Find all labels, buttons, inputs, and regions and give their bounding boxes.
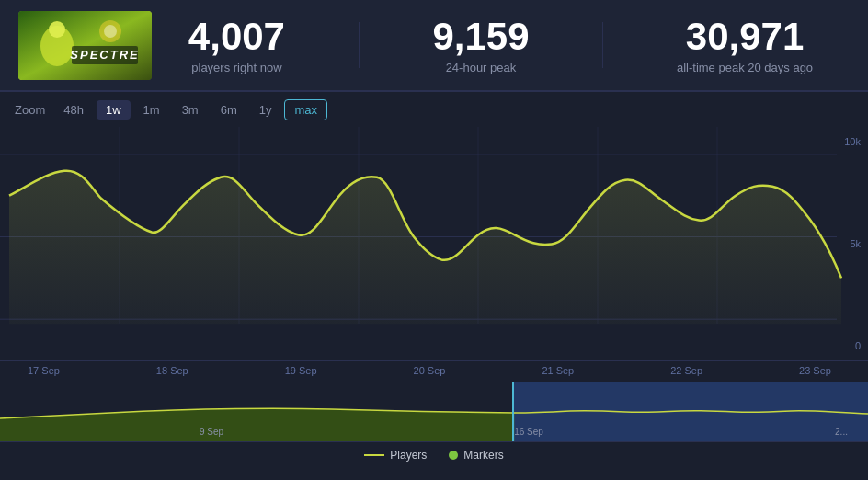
legend: Players Markers (0, 441, 868, 467)
svg-text:2...: 2... (835, 427, 848, 437)
svg-text:9 Sep: 9 Sep (200, 427, 224, 437)
svg-text:16 Sep: 16 Sep (514, 427, 543, 437)
legend-markers: Markers (449, 449, 503, 462)
main-chart: 10k 5k 0 (0, 127, 868, 361)
alltime-peak-label: all-time peak 20 days ago (677, 61, 813, 74)
alltime-peak-value: 30,971 (677, 16, 813, 58)
x-label-19sep: 19 Sep (285, 365, 317, 378)
x-label-17sep: 17 Sep (28, 365, 60, 378)
players-now-label: players right now (188, 61, 285, 74)
peak-24h-block: 9,159 24-hour peak (432, 16, 529, 74)
legend-markers-label: Markers (463, 449, 503, 462)
chart-controls: Zoom 48h 1w 1m 3m 6m 1y max (0, 92, 868, 127)
peak-24h-label: 24-hour peak (432, 61, 529, 74)
zoom-1w[interactable]: 1w (97, 100, 131, 120)
legend-players: Players (364, 449, 427, 462)
legend-players-line (364, 454, 384, 456)
x-label-18sep: 18 Sep (156, 365, 188, 378)
zoom-1y[interactable]: 1y (250, 100, 281, 120)
x-label-22sep: 22 Sep (670, 365, 702, 378)
stats-container: 4,007 players right now 9,159 24-hour pe… (152, 16, 850, 74)
peak-24h-value: 9,159 (432, 16, 529, 58)
y-label-10k: 10k (844, 136, 861, 147)
y-label-5k: 5k (844, 238, 861, 249)
y-label-0: 0 (844, 340, 861, 351)
mini-chart-svg: 9 Sep 16 Sep 2... (0, 382, 868, 441)
svg-point-2 (49, 21, 65, 38)
zoom-max[interactable]: max (284, 99, 327, 120)
zoom-3m[interactable]: 3m (173, 100, 208, 120)
zoom-48h[interactable]: 48h (54, 100, 93, 120)
x-label-20sep: 20 Sep (414, 365, 446, 378)
divider-1 (359, 22, 360, 68)
alltime-peak-block: 30,971 all-time peak 20 days ago (677, 16, 813, 74)
main-chart-svg (0, 127, 868, 360)
x-label-23sep: 23 Sep (799, 365, 831, 378)
svg-text:SPECTRE: SPECTRE (70, 48, 139, 62)
game-image: SPECTRE (18, 11, 152, 80)
legend-players-label: Players (390, 449, 427, 462)
divider-2 (602, 22, 603, 68)
zoom-6m[interactable]: 6m (211, 100, 246, 120)
players-now-value: 4,007 (188, 16, 285, 58)
mini-chart: 9 Sep 16 Sep 2... (0, 382, 868, 441)
svg-point-6 (104, 25, 117, 38)
zoom-label: Zoom (15, 103, 45, 117)
y-axis-labels: 10k 5k 0 (844, 127, 861, 360)
x-label-21sep: 21 Sep (542, 365, 574, 378)
players-now-block: 4,007 players right now (188, 16, 285, 74)
zoom-1m[interactable]: 1m (134, 100, 169, 120)
x-axis: 17 Sep 18 Sep 19 Sep 20 Sep 21 Sep 22 Se… (0, 361, 868, 382)
header: SPECTRE 4,007 players right now 9,159 24… (0, 0, 868, 92)
legend-markers-dot (449, 451, 458, 460)
svg-rect-0 (18, 11, 152, 80)
